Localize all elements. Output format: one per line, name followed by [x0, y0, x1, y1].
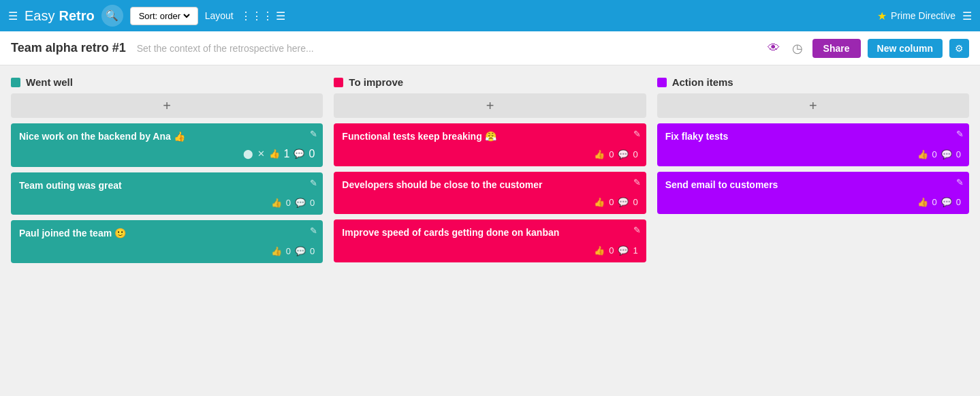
topnav: ☰ EasyRetro 🔍 Sort: order Layout ⋮⋮⋮ ☰ ★…: [0, 0, 980, 31]
card-6-like-icon[interactable]: 👍: [594, 245, 605, 256]
add-card-went-well[interactable]: +: [11, 93, 323, 118]
card-1-comment-icon[interactable]: 💬: [294, 149, 304, 159]
retro-title: Team alpha retro #1: [11, 41, 126, 55]
card-2-likes: 0: [286, 198, 291, 208]
column-dot-went-well: [11, 78, 20, 87]
topnav-menu-icon[interactable]: ☰: [962, 10, 972, 22]
card-1-like-icon[interactable]: 👍: [269, 149, 280, 159]
card-6-likes: 0: [609, 245, 614, 256]
card-6-edit-button[interactable]: ✎: [633, 225, 641, 235]
column-went-well: Went well + ✎ Nice work on the backend b…: [11, 76, 323, 269]
card-4-footer: 👍 0 💬 0: [342, 149, 637, 159]
card-3: ✎ Paul joined the team 🙂 👍 0 💬 0: [11, 220, 323, 263]
prime-directive-button[interactable]: ★ Prime Directive: [877, 10, 955, 22]
add-card-to-improve[interactable]: +: [334, 93, 646, 118]
card-7-comments: 0: [956, 149, 961, 159]
layout-label: Layout: [205, 10, 234, 21]
card-4-likes: 0: [609, 149, 614, 159]
layout-icons: ⋮⋮⋮ ☰: [240, 10, 285, 22]
card-3-comment-icon[interactable]: 💬: [295, 246, 306, 256]
card-8-comments: 0: [956, 197, 961, 207]
subheader-actions: 👁 ◷ Share New column ⚙: [765, 38, 969, 59]
card-5-footer: 👍 0 💬 0: [342, 197, 637, 207]
card-6-comment-icon[interactable]: 💬: [618, 245, 629, 256]
card-4-text: Functional tests keep breaking 😤: [342, 130, 637, 144]
card-6-footer: 👍 0 💬 1: [342, 245, 637, 256]
card-8-like-icon[interactable]: 👍: [917, 197, 928, 207]
view-icon-button[interactable]: 👁: [765, 38, 783, 58]
card-8-comment-icon[interactable]: 💬: [941, 197, 952, 207]
card-3-edit-button[interactable]: ✎: [310, 226, 317, 236]
card-8-edit-button[interactable]: ✎: [956, 177, 964, 187]
board: Went well + ✎ Nice work on the backend b…: [0, 65, 980, 279]
card-7-edit-button[interactable]: ✎: [956, 129, 964, 139]
card-5-comments: 0: [633, 197, 637, 207]
card-7-like-icon[interactable]: 👍: [917, 149, 928, 159]
card-1: ✎ Nice work on the backend by Ana 👍 ⬤ ✕ …: [11, 123, 323, 167]
card-1-comments: 0: [309, 148, 315, 160]
card-7-comment-icon[interactable]: 💬: [941, 149, 952, 159]
card-5-text: Developers should be close to the custom…: [342, 179, 637, 192]
prime-directive-label: Prime Directive: [891, 10, 955, 21]
card-3-like-icon[interactable]: 👍: [271, 246, 282, 256]
card-5: ✎ Developers should be close to the cust…: [334, 172, 646, 215]
card-1-text: Nice work on the backend by Ana 👍: [19, 130, 315, 144]
column-dot-to-improve: [334, 78, 343, 87]
card-4-like-icon[interactable]: 👍: [594, 149, 605, 159]
card-3-likes: 0: [286, 246, 291, 256]
card-1-x-icon[interactable]: ✕: [257, 149, 265, 159]
card-4-edit-button[interactable]: ✎: [633, 129, 641, 139]
card-5-likes: 0: [609, 197, 614, 207]
card-2-comment-icon[interactable]: 💬: [295, 198, 306, 208]
card-1-actions: ⬤ ✕ 👍 1 💬 0: [19, 148, 315, 160]
layout-list-icon[interactable]: ☰: [276, 10, 285, 22]
retro-subtitle: Set the context of the retrospective her…: [137, 43, 754, 54]
card-2: ✎ Team outing was great 👍 0 💬 0: [11, 172, 323, 215]
column-header-action-items: Action items: [657, 76, 969, 88]
card-3-text: Paul joined the team 🙂: [19, 227, 315, 241]
add-card-action-items[interactable]: +: [657, 93, 969, 118]
card-1-edit-button[interactable]: ✎: [310, 129, 317, 139]
new-column-button[interactable]: New column: [868, 39, 943, 58]
column-header-to-improve: To improve: [334, 76, 646, 88]
column-title-to-improve: To improve: [349, 76, 403, 88]
column-title-went-well: Went well: [26, 76, 73, 88]
card-7: ✎ Fix flaky tests 👍 0 💬 0: [657, 123, 969, 166]
column-header-went-well: Went well: [11, 76, 323, 88]
column-action-items: Action items + ✎ Fix flaky tests 👍 0 💬 0…: [657, 76, 969, 219]
search-button[interactable]: 🔍: [101, 5, 123, 27]
card-1-dot-icon: ⬤: [243, 149, 253, 159]
column-title-action-items: Action items: [672, 76, 733, 88]
card-5-edit-button[interactable]: ✎: [633, 177, 641, 187]
card-1-likes: 1: [284, 148, 290, 160]
card-2-footer: 👍 0 💬 0: [19, 198, 315, 208]
card-7-text: Fix flaky tests: [665, 130, 961, 144]
sort-dropdown[interactable]: Sort: order: [136, 10, 192, 22]
card-2-like-icon[interactable]: 👍: [271, 198, 282, 208]
brand-retro: Retro: [59, 8, 94, 24]
card-4: ✎ Functional tests keep breaking 😤 👍 0 💬…: [334, 123, 646, 166]
share-button[interactable]: Share: [812, 39, 861, 58]
brand: EasyRetro: [25, 8, 95, 24]
hamburger-icon[interactable]: ☰: [8, 10, 18, 22]
card-3-footer: 👍 0 💬 0: [19, 246, 315, 256]
card-8-text: Send email to customers: [665, 179, 961, 192]
card-2-edit-button[interactable]: ✎: [310, 178, 317, 188]
clock-icon-button[interactable]: ◷: [789, 38, 806, 59]
card-8: ✎ Send email to customers 👍 0 💬 0: [657, 172, 969, 215]
sort-select[interactable]: Sort: order: [130, 7, 198, 25]
card-4-comment-icon[interactable]: 💬: [618, 149, 629, 159]
card-5-comment-icon[interactable]: 💬: [618, 197, 629, 207]
card-2-text: Team outing was great: [19, 179, 315, 193]
card-8-likes: 0: [932, 197, 937, 207]
layout-columns-icon[interactable]: ⋮⋮⋮: [240, 10, 273, 22]
topnav-right: ★ Prime Directive ☰: [877, 10, 972, 22]
card-2-comments: 0: [310, 198, 315, 208]
card-7-footer: 👍 0 💬 0: [665, 149, 961, 159]
card-4-comments: 0: [633, 149, 637, 159]
settings-button[interactable]: ⚙: [949, 39, 969, 58]
star-icon: ★: [877, 10, 887, 22]
card-3-comments: 0: [310, 246, 315, 256]
card-6-comments: 1: [633, 245, 637, 256]
card-5-like-icon[interactable]: 👍: [594, 197, 605, 207]
